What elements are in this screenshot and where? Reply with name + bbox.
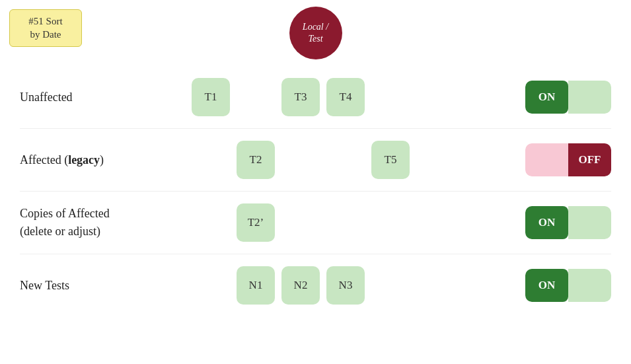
row-copies-affected: Copies of Affected(delete or adjust) T2’… bbox=[20, 192, 611, 254]
spacer-copies-1 bbox=[192, 203, 230, 242]
test-buttons-new-tests: N1 N2 N3 bbox=[192, 266, 519, 305]
toggle-off-area-new-tests bbox=[568, 269, 611, 302]
row-label-copies: Copies of Affected(delete or adjust) bbox=[20, 205, 192, 240]
row-label-unaffected: Unaffected bbox=[20, 91, 192, 104]
btn-N1[interactable]: N1 bbox=[237, 266, 275, 305]
toggle-on-label-copies: ON bbox=[525, 206, 568, 239]
toggle-container-new-tests: ON bbox=[519, 269, 611, 302]
spacer-new-tests-1 bbox=[192, 266, 230, 305]
btn-T3[interactable]: T3 bbox=[281, 78, 320, 116]
btn-T4[interactable]: T4 bbox=[326, 78, 365, 116]
toggle-affected[interactable]: OFF bbox=[525, 143, 611, 176]
btn-T1[interactable]: T1 bbox=[192, 78, 230, 116]
local-test-label: Local / Test bbox=[303, 21, 328, 45]
toggle-copies[interactable]: ON bbox=[525, 206, 611, 239]
toggle-on-label-unaffected: ON bbox=[525, 81, 568, 114]
bold-legacy: legacy bbox=[68, 153, 100, 166]
btn-N3[interactable]: N3 bbox=[326, 266, 365, 305]
toggle-container-copies: ON bbox=[519, 206, 611, 239]
toggle-unaffected[interactable]: ON bbox=[525, 81, 611, 114]
toggle-off-label-affected: OFF bbox=[568, 143, 611, 176]
row-affected-legacy: Affected (legacy) T2 T5 OFF bbox=[20, 129, 611, 192]
row-unaffected: Unaffected T1 T3 T4 ON bbox=[20, 66, 611, 129]
toggle-off-area-copies bbox=[568, 206, 611, 239]
sort-badge-line1: #51 Sort bbox=[28, 16, 62, 26]
sort-badge-line2: by Date bbox=[30, 29, 61, 40]
sort-badge[interactable]: #51 Sort by Date bbox=[9, 9, 82, 47]
toggle-on-area-affected bbox=[525, 143, 568, 176]
toggle-off-area-unaffected bbox=[568, 81, 611, 114]
spacer-affected-3 bbox=[326, 141, 365, 179]
toggle-container-unaffected: ON bbox=[519, 81, 611, 114]
local-test-circle[interactable]: Local / Test bbox=[289, 7, 342, 59]
btn-T2[interactable]: T2 bbox=[237, 141, 275, 179]
spacer-affected-2 bbox=[281, 141, 320, 179]
row-new-tests: New Tests N1 N2 N3 ON bbox=[20, 254, 611, 316]
spacer-unaffected-1 bbox=[237, 78, 275, 116]
btn-N2[interactable]: N2 bbox=[281, 266, 320, 305]
spacer-affected-1 bbox=[192, 141, 230, 179]
test-buttons-unaffected: T1 T3 T4 bbox=[192, 78, 519, 116]
row-label-affected: Affected (legacy) bbox=[20, 153, 192, 167]
btn-T5[interactable]: T5 bbox=[371, 141, 410, 179]
toggle-container-affected: OFF bbox=[519, 143, 611, 176]
toggle-new-tests[interactable]: ON bbox=[525, 269, 611, 302]
rows-section: Unaffected T1 T3 T4 ON Affected (legacy) bbox=[0, 66, 631, 316]
page-container: #51 Sort by Date Local / Test Unaffected… bbox=[0, 0, 631, 364]
row-label-new-tests: New Tests bbox=[20, 279, 192, 293]
btn-T2prime[interactable]: T2’ bbox=[237, 203, 275, 242]
test-buttons-copies: T2’ bbox=[192, 203, 519, 242]
toggle-on-label-new-tests: ON bbox=[525, 269, 568, 302]
test-buttons-affected: T2 T5 bbox=[192, 141, 519, 179]
